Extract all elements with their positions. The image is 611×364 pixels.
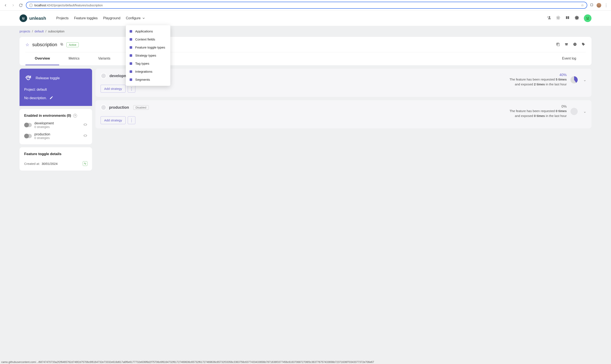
env-toggle-production[interactable] xyxy=(24,134,32,138)
browser-forward-button[interactable] xyxy=(11,3,16,8)
tag-icon[interactable] xyxy=(581,42,585,47)
tab-variants[interactable]: Variants xyxy=(89,52,120,65)
tab-event-log[interactable]: Event log xyxy=(553,52,585,65)
extensions-icon[interactable] xyxy=(590,3,594,8)
add-strategy-button[interactable]: Add strategy xyxy=(100,116,125,124)
dd-label: Context fields xyxy=(135,38,155,41)
bookmark-star-icon[interactable]: ☆ xyxy=(581,3,584,7)
exposure-percent: 0% xyxy=(510,104,567,109)
feature-title: subscription xyxy=(32,42,57,47)
dropdown-item-segments[interactable]: Segments xyxy=(126,76,170,84)
feature-header-card: ☆ subscription Active Overview Metrics V… xyxy=(19,37,592,65)
env-toggle-development[interactable] xyxy=(24,123,32,127)
dropdown-item-tag-types[interactable]: Tag types xyxy=(126,60,170,68)
history-icon[interactable] xyxy=(573,42,577,47)
tab-overview[interactable]: Overview xyxy=(26,52,59,65)
chevron-down-icon[interactable]: ⌄ xyxy=(583,78,586,82)
configure-dropdown: Applications Context fields Feature togg… xyxy=(126,25,170,86)
more-menu-button[interactable]: ⋮ xyxy=(128,85,135,92)
nav-feature-toggles[interactable]: Feature toggles xyxy=(74,16,97,20)
chevron-down-icon[interactable]: ⌄ xyxy=(583,109,586,114)
nav-configure-label: Configure xyxy=(126,16,140,20)
help-icon[interactable]: ? xyxy=(73,114,77,117)
env-title: Enabled in environments (0) xyxy=(24,114,71,117)
breadcrumb-separator: / xyxy=(45,30,46,33)
dd-bullet-icon xyxy=(130,46,132,49)
logo-text: unleash xyxy=(29,16,46,21)
dropdown-item-integrations[interactable]: Integrations xyxy=(126,68,170,76)
breadcrumb-project[interactable]: default xyxy=(35,30,44,33)
env-item-name: production xyxy=(34,132,50,136)
dd-bullet-icon xyxy=(130,78,132,81)
release-toggle-card: Release toggle Project: default No descr… xyxy=(19,69,92,106)
browser-profile-avatar[interactable] xyxy=(597,3,601,8)
dd-label: Strategy types xyxy=(135,54,156,57)
edit-icon[interactable] xyxy=(49,96,53,100)
env-card-production: production Disabled Add strategy ⋮ 0% T xyxy=(96,100,592,128)
add-icon[interactable] xyxy=(556,42,560,47)
settings-icon[interactable] xyxy=(574,15,579,21)
breadcrumb-current: subscription xyxy=(48,30,64,33)
stats-text: The feature has been requested 5 times a… xyxy=(510,77,567,87)
visibility-icon[interactable] xyxy=(83,122,87,128)
url-text: localhost:4242/projects/default/features… xyxy=(34,4,579,7)
release-project: Project: default xyxy=(24,88,87,91)
status-badge: Active xyxy=(66,42,79,47)
dropdown-item-context-fields[interactable]: Context fields xyxy=(126,35,170,43)
app-bar: u unleash Projects Feature toggles Playg… xyxy=(0,11,611,26)
nav-projects[interactable]: Projects xyxy=(56,16,69,20)
created-at-value: 30/01/2024 xyxy=(42,162,57,166)
breadcrumb-separator: / xyxy=(32,30,33,33)
details-title: Feature toggle details xyxy=(24,152,87,156)
browser-reload-button[interactable] xyxy=(18,3,23,8)
svg-rect-13 xyxy=(588,17,589,18)
user-avatar[interactable] xyxy=(584,14,592,22)
visibility-icon[interactable] xyxy=(83,133,87,139)
dropdown-item-feature-toggle-types[interactable]: Feature toggle types xyxy=(126,43,170,52)
status-bar: camo.githubusercontent.com/.../687474707… xyxy=(0,360,611,364)
dropdown-item-applications[interactable]: Applications xyxy=(126,27,170,35)
dd-bullet-icon xyxy=(130,38,132,41)
dd-bullet-icon xyxy=(130,70,132,73)
main-content: projects / default / subscription ☆ subs… xyxy=(0,26,611,364)
health-icon xyxy=(83,161,87,166)
exposure-percent: 40% xyxy=(510,73,567,77)
tabs: Overview Metrics Variants Event log xyxy=(26,52,585,65)
env-item-sub: 0 strategies xyxy=(34,136,50,140)
url-bar[interactable]: i localhost:4242/projects/default/featur… xyxy=(26,2,587,9)
browser-menu-icon[interactable]: ⋮ xyxy=(604,3,608,8)
svg-point-1 xyxy=(549,16,550,18)
nav-playground[interactable]: Playground xyxy=(103,16,120,20)
add-user-icon[interactable] xyxy=(546,15,551,21)
env-status-icon xyxy=(100,73,107,79)
browser-chrome: i localhost:4242/projects/default/featur… xyxy=(0,0,611,11)
docs-icon[interactable] xyxy=(565,15,570,21)
favorite-star-icon[interactable]: ☆ xyxy=(26,42,29,47)
site-info-icon[interactable]: i xyxy=(29,4,33,7)
svg-rect-14 xyxy=(587,19,589,19)
dd-bullet-icon xyxy=(130,62,132,65)
theme-icon[interactable] xyxy=(556,15,560,21)
dd-label: Segments xyxy=(135,78,150,82)
logo-badge-icon: u xyxy=(19,14,27,22)
breadcrumb-projects[interactable]: projects xyxy=(19,30,30,33)
chevron-down-icon xyxy=(142,16,145,20)
more-menu-button[interactable]: ⋮ xyxy=(128,116,135,124)
copy-icon[interactable] xyxy=(60,43,63,47)
svg-rect-20 xyxy=(565,44,568,45)
dropdown-item-strategy-types[interactable]: Strategy types xyxy=(126,52,170,60)
browser-back-button[interactable] xyxy=(3,3,8,8)
svg-line-7 xyxy=(557,16,557,17)
release-icon xyxy=(24,74,32,82)
svg-rect-0 xyxy=(591,4,593,6)
nav-configure[interactable]: Configure xyxy=(126,16,145,20)
archive-icon[interactable] xyxy=(564,42,569,47)
disabled-badge: Disabled xyxy=(133,105,149,110)
logo[interactable]: u unleash xyxy=(19,14,46,22)
environments-card: Enabled in environments (0) ? developmen… xyxy=(19,109,92,144)
dd-label: Tag types xyxy=(135,62,149,65)
tab-metrics[interactable]: Metrics xyxy=(59,52,89,65)
created-at-label: Created at: xyxy=(24,162,40,166)
svg-line-8 xyxy=(559,19,560,19)
add-strategy-button[interactable]: Add strategy xyxy=(100,85,125,92)
